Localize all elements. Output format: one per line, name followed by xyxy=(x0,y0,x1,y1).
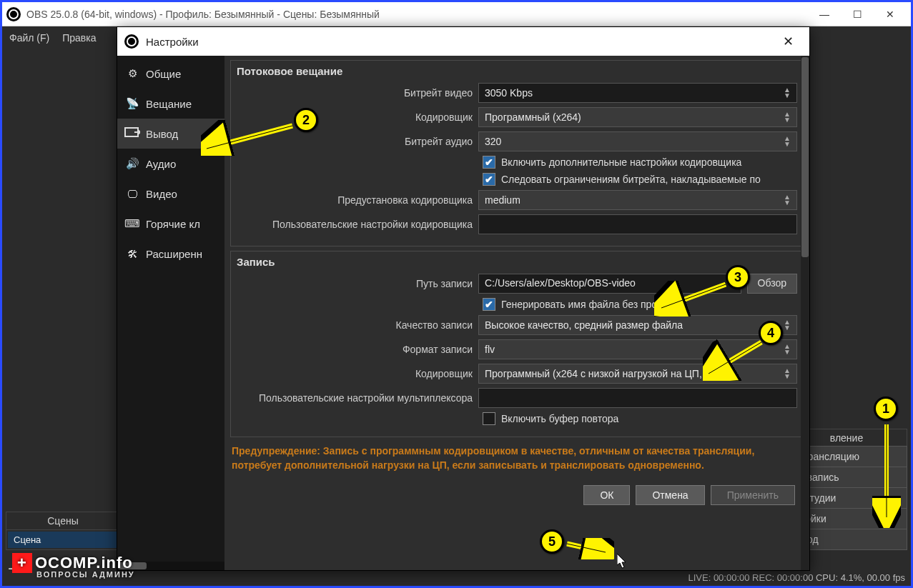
sidebar-label: Общие xyxy=(146,68,181,80)
preset-select[interactable]: medium▲▼ xyxy=(478,190,797,210)
sidebar-item-general[interactable]: ⚙ Общие xyxy=(117,59,224,89)
minimize-button[interactable]: — xyxy=(808,3,841,26)
recording-title: Запись xyxy=(237,256,797,268)
video-bitrate-label: Битрейт видео xyxy=(237,87,473,99)
cancel-button[interactable]: Отмена xyxy=(636,485,704,505)
advanced-encoder-checkbox[interactable] xyxy=(483,156,495,169)
rec-encoder-label: Кодировщик xyxy=(237,368,473,379)
scenes-dock-title: Сцены xyxy=(6,512,120,530)
sidebar-label: Горячие кл xyxy=(146,218,200,230)
annotation-arrow-2 xyxy=(201,120,297,156)
sidebar-label: Расширенн xyxy=(146,248,202,260)
sidebar-label: Вывод xyxy=(146,128,178,140)
streaming-group: Потоковое вещание Битрейт видео 3050 Kbp… xyxy=(230,60,804,246)
advanced-encoder-label: Включить дополнительные настройки кодиро… xyxy=(501,156,741,168)
obs-logo-icon xyxy=(6,7,21,21)
sidebar-label: Аудио xyxy=(146,158,176,170)
sidebar-item-hotkeys[interactable]: ⌨ Горячие кл xyxy=(117,209,224,239)
annotation-bubble-2: 2 xyxy=(294,108,318,132)
enforce-bitrate-label: Следовать ограничениям битрейта, наклады… xyxy=(501,174,761,185)
sidebar-item-video[interactable]: 🖵 Видео xyxy=(117,179,224,209)
quality-select[interactable]: Высокое качество, средний размер файла▲▼ xyxy=(478,315,797,335)
watermark-plus-icon: + xyxy=(12,553,32,573)
dialog-title: Настройки xyxy=(146,36,774,48)
sidebar-label: Видео xyxy=(146,188,177,200)
main-titlebar: OBS 25.0.8 (64-bit, windows) - Профиль: … xyxy=(2,2,911,26)
custom-encoder-label: Пользовательские настройки кодировщика xyxy=(237,219,473,230)
browse-button[interactable]: Обзор xyxy=(747,274,797,294)
mouse-cursor-icon xyxy=(617,554,628,569)
watermark: +OCOMP.info ВОПРОСЫ АДМИНУ xyxy=(12,553,135,579)
svg-line-6 xyxy=(207,126,292,149)
annotation-arrow-4 xyxy=(703,338,767,381)
enforce-bitrate-checkbox[interactable] xyxy=(483,173,495,186)
svg-marker-16 xyxy=(617,554,626,568)
annotation-bubble-1: 1 xyxy=(874,397,898,421)
close-button[interactable]: ✕ xyxy=(874,3,907,26)
encoder-select[interactable]: Программный (x264)▲▼ xyxy=(478,107,797,127)
video-bitrate-input[interactable]: 3050 Kbps▲▼ xyxy=(478,83,797,103)
svg-line-9 xyxy=(661,284,726,308)
sidebar-item-advanced[interactable]: 🛠 Расширенн xyxy=(117,239,224,269)
gear-icon: ⚙ xyxy=(124,66,140,81)
scenes-list[interactable]: Сцена xyxy=(6,530,120,550)
annotation-bubble-3: 3 xyxy=(726,265,750,289)
audio-bitrate-select[interactable]: 320▲▼ xyxy=(478,131,797,151)
quality-label: Качество записи xyxy=(237,319,473,331)
annotation-bubble-4: 4 xyxy=(759,321,783,345)
speaker-icon: 🔊 xyxy=(124,156,140,171)
no-space-label: Генерировать имя файла без пробела xyxy=(501,299,679,310)
monitor-icon: 🖵 xyxy=(124,186,140,201)
custom-encoder-input[interactable] xyxy=(478,214,797,234)
ok-button[interactable]: ОК xyxy=(583,485,630,505)
main-window-title: OBS 25.0.8 (64-bit, windows) - Профиль: … xyxy=(26,9,808,20)
format-label: Формат записи xyxy=(237,344,473,355)
dialog-close-button[interactable]: ✕ xyxy=(774,34,802,49)
dialog-titlebar: Настройки ✕ xyxy=(117,27,809,56)
dialog-obs-icon xyxy=(124,34,139,49)
preset-label: Предустановка кодировщика xyxy=(237,194,473,206)
menu-edit[interactable]: Правка xyxy=(62,32,96,44)
apply-button[interactable]: Применить xyxy=(711,485,795,505)
annotation-bubble-5: 5 xyxy=(540,529,564,554)
menu-file[interactable]: Файл (F) xyxy=(9,32,49,44)
svg-line-12 xyxy=(709,342,761,374)
path-label: Путь записи xyxy=(237,278,473,289)
annotation-arrow-3 xyxy=(654,281,733,317)
scene-item[interactable]: Сцена xyxy=(8,532,118,548)
output-icon xyxy=(124,126,140,141)
replay-buffer-checkbox[interactable] xyxy=(483,412,495,425)
mux-input[interactable] xyxy=(478,388,797,408)
keyboard-icon: ⌨ xyxy=(124,216,140,231)
mux-label: Пользовательские настройки мультиплексор… xyxy=(237,392,473,404)
content-scrollbar[interactable] xyxy=(801,56,809,570)
no-space-checkbox[interactable] xyxy=(483,298,495,311)
streaming-title: Потоковое вещание xyxy=(237,65,797,77)
antenna-icon: 📡 xyxy=(124,96,140,111)
sidebar-label: Вещание xyxy=(146,98,192,110)
svg-line-15 xyxy=(567,544,606,552)
warning-text: Предупреждение: Запись с программным код… xyxy=(230,437,804,479)
tools-icon: 🛠 xyxy=(124,246,140,261)
annotation-arrow-5 xyxy=(564,538,614,559)
maximize-button[interactable]: ☐ xyxy=(841,3,874,26)
status-bar: LIVE: 00:00:00 REC: 00:00:00 CPU: 4.1%, … xyxy=(688,572,905,583)
annotation-arrow-1 xyxy=(872,421,901,528)
sidebar-item-stream[interactable]: 📡 Вещание xyxy=(117,89,224,119)
replay-buffer-label: Включить буфер повтора xyxy=(501,413,618,424)
